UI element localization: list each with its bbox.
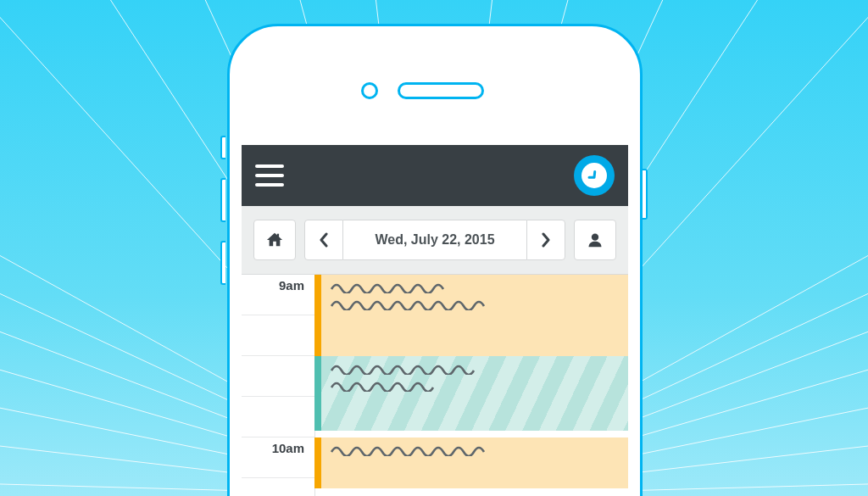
hamburger-icon <box>255 164 284 168</box>
user-filter-button[interactable] <box>574 220 616 260</box>
calendar-event[interactable] <box>314 437 628 488</box>
event-text-placeholder <box>330 380 448 392</box>
phone-frame: Wed, July 22, 2015 9am <box>227 24 643 496</box>
event-text-placeholder <box>330 298 499 310</box>
time-gutter: 9am 10am <box>242 275 315 496</box>
clock-icon <box>581 163 607 188</box>
prev-day-button[interactable] <box>304 220 343 260</box>
svg-point-25 <box>592 234 598 241</box>
event-text-placeholder <box>330 281 457 293</box>
chevron-right-icon <box>541 232 551 248</box>
next-day-button[interactable] <box>526 220 565 260</box>
chevron-left-icon <box>319 232 329 248</box>
svg-rect-24 <box>277 234 279 238</box>
home-button[interactable] <box>253 220 296 260</box>
app-screen: Wed, July 22, 2015 9am <box>242 145 628 496</box>
event-text-placeholder <box>330 444 495 456</box>
current-date-label: Wed, July 22, 2015 <box>343 220 526 260</box>
event-text-placeholder <box>330 363 491 375</box>
phone-camera <box>361 82 378 99</box>
time-label: 10am <box>242 437 314 478</box>
time-label: 9am <box>242 275 314 315</box>
home-icon <box>265 231 284 248</box>
app-bar <box>242 145 628 206</box>
events-layer <box>314 275 628 496</box>
date-nav-group: Wed, July 22, 2015 <box>304 220 565 260</box>
date-toolbar: Wed, July 22, 2015 <box>242 206 628 275</box>
user-icon <box>587 231 604 248</box>
time-label <box>242 315 314 356</box>
time-label <box>242 397 314 437</box>
phone-earpiece <box>398 82 484 99</box>
time-label <box>242 356 314 397</box>
calendar-event[interactable] <box>314 275 628 356</box>
phone-side-buttons-left <box>220 136 225 339</box>
phone-side-button-right <box>643 169 648 220</box>
menu-button[interactable] <box>255 164 284 187</box>
calendar-event[interactable] <box>314 356 628 431</box>
app-logo-button[interactable] <box>574 155 615 196</box>
calendar-timeline[interactable]: 9am 10am <box>242 275 628 496</box>
